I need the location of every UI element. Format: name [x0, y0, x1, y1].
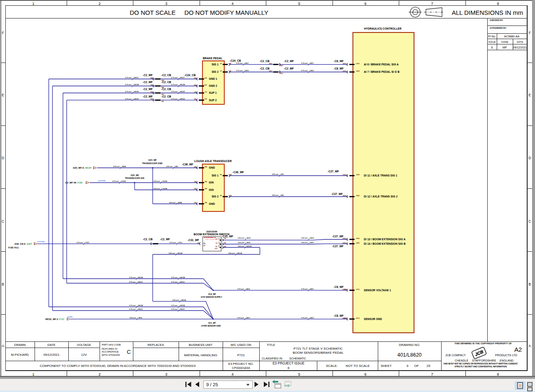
svg-text:A: A: [2, 344, 4, 348]
svg-text:GND: GND: [209, 202, 215, 205]
svg-text:SUP 1: SUP 1: [209, 91, 217, 94]
svg-text:/4013A: /4013A: [237, 253, 242, 254]
svg-text:-13D4: -13D4: [342, 174, 346, 176]
svg-text:/4013A: /4013A: [177, 253, 182, 254]
svg-text:0.75 mm²: 0.75 mm²: [125, 98, 132, 100]
svg-text:P721 TLT STAGE V SCHEMATIC: P721 TLT STAGE V SCHEMATIC: [293, 347, 343, 350]
svg-text:/4010C: /4010C: [180, 308, 185, 310]
svg-text:0.75 mm²: 0.75 mm²: [171, 91, 178, 93]
svg-text:-18Q6: -18Q6: [342, 70, 346, 72]
svg-text:45K7: 45K7: [280, 73, 283, 74]
svg-text:0.75 mm²: 0.75 mm²: [236, 70, 243, 72]
svg-text:VOLTAGE: VOLTAGE: [77, 343, 91, 347]
svg-text:0.75 mm²: 0.75 mm²: [171, 84, 178, 86]
svg-text:7: 7: [431, 372, 433, 376]
svg-text:SCHEMATIC: SCHEMATIC: [289, 357, 306, 360]
svg-text:0.50 mm²: 0.50 mm²: [238, 242, 245, 244]
svg-text:0.75 mm²: 0.75 mm²: [129, 281, 136, 283]
svg-text:-18Q6: -18Q6: [356, 70, 360, 72]
svg-text:0.75 mm²: 0.75 mm²: [129, 277, 136, 278]
svg-text:ACCORDANCE: ACCORDANCE: [102, 350, 119, 353]
svg-text:2: 2: [219, 237, 220, 240]
svg-text:/4012B: /4012B: [134, 84, 139, 86]
svg-text:/4010A: /4010A: [181, 299, 186, 301]
svg-text:D: D: [528, 156, 531, 160]
svg-text:3: 3: [165, 2, 167, 6]
svg-text:DRAWING NO.: DRAWING NO.: [399, 343, 420, 347]
svg-text:-C2_MF: -C2_MF: [143, 88, 153, 90]
svg-text:/4012C: /4012C: [180, 77, 185, 79]
svg-text:5: 5: [298, 2, 300, 6]
svg-text:12V: 12V: [81, 353, 87, 357]
svg-text:0.50 mm²: 0.50 mm²: [169, 253, 176, 254]
svg-text:/1016B: /1016B: [162, 188, 167, 190]
svg-text:0.75 mm²: 0.75 mm²: [170, 242, 177, 244]
svg-text:/400A: /400A: [122, 166, 126, 167]
svg-text:B: B: [528, 282, 531, 286]
svg-text:09/12/2021: 09/12/2021: [43, 353, 59, 357]
svg-text:FUSE FA11: FUSE FA11: [8, 247, 19, 249]
svg-text:/18.E4: /18.E4: [85, 167, 92, 169]
svg-text:-34D4: -34D4: [342, 242, 346, 244]
svg-text:4: 4: [219, 245, 220, 247]
svg-text:/4017: /4017: [245, 63, 249, 64]
svg-text:-29D4: -29D4: [356, 195, 360, 197]
svg-text:6: 6: [491, 46, 493, 49]
svg-text:/4014: /4014: [310, 237, 314, 239]
svg-text:-34D4: -34D4: [356, 242, 360, 244]
svg-text:0.75 mm²: 0.75 mm²: [171, 308, 178, 310]
svg-text:1ML: 1ML: [194, 166, 197, 168]
svg-text:0.75 mm²: 0.75 mm²: [125, 91, 132, 93]
svg-text:/7.A7: /7.A7: [59, 318, 64, 320]
svg-text:COMPONENT TO COMPLY WITH STD00: COMPONENT TO COMPLY WITH STD00140, DRAWN…: [40, 364, 196, 368]
svg-text:PRODUCTS LTD: PRODUCTS LTD: [495, 354, 517, 357]
svg-text:BRAKE PEDAL: BRAKE PEDAL: [203, 57, 223, 60]
svg-text:1: 1: [32, 372, 34, 376]
svg-text:0.50 mm²: 0.50 mm²: [238, 237, 245, 239]
svg-text:0.50 mm²: 0.50 mm²: [169, 202, 176, 204]
svg-text:-C8_MF: -C8_MF: [334, 67, 344, 70]
svg-text:C: C: [528, 219, 531, 223]
svg-text:45K7: 45K7: [280, 65, 283, 67]
svg-text:25: 25: [427, 364, 430, 368]
svg-text:0.75 mm²: 0.75 mm²: [129, 308, 136, 310]
svg-text:0.75 mm²: 0.75 mm²: [112, 181, 119, 182]
svg-text:E4L: E4L: [205, 84, 207, 86]
svg-text:45O6: 45O6: [344, 318, 347, 319]
svg-text:0.50 mm²: 0.50 mm²: [166, 166, 173, 167]
svg-text:/4014: /4014: [247, 237, 251, 239]
svg-text:D: D: [2, 156, 4, 160]
svg-text:sig: sig: [215, 242, 217, 244]
svg-text:0.75 mm²: 0.75 mm²: [77, 242, 84, 244]
svg-text:0.50 mm²: 0.50 mm²: [301, 242, 308, 244]
svg-text:-C8_MF: -C8_MF: [334, 314, 344, 317]
svg-text:0.75 mm²: 0.75 mm²: [125, 84, 132, 86]
svg-text:/4013: /4013: [246, 317, 250, 319]
svg-text:-C24_CB: -C24_CB: [184, 74, 196, 77]
svg-text:/4016: /4016: [245, 70, 249, 72]
svg-text:STAFFORDSHIRE: STAFFORDSHIRE: [472, 359, 496, 362]
svg-text:/4012E: /4012E: [180, 91, 185, 93]
svg-text:0.75 mm²: 0.75 mm²: [171, 277, 178, 278]
svg-text:/4017: /4017: [310, 63, 314, 64]
svg-text:-C2_MF:46: -C2_MF:46: [65, 181, 76, 184]
svg-text:-13D4: -13D4: [356, 174, 360, 176]
svg-text:FEATURES IN: FEATURES IN: [102, 348, 117, 350]
svg-text:/1016A: /1016A: [162, 181, 167, 182]
svg-text:TITLE: TITLE: [267, 343, 275, 347]
svg-text:DATE: DATE: [517, 41, 523, 43]
svg-text:/4012D: /4012D: [180, 98, 185, 100]
svg-text:3M: 3M: [224, 242, 226, 244]
svg-text:6: 6: [364, 372, 366, 376]
svg-text:-C2_MF: -C2_MF: [284, 60, 294, 63]
svg-text:0.75 mm²: 0.75 mm²: [171, 98, 178, 100]
svg-text:5: 5: [298, 372, 300, 376]
svg-text:/4012B: /4012B: [180, 84, 185, 86]
svg-text:3M7: 3M7: [150, 98, 153, 100]
svg-text:0.50 mm²: 0.50 mm²: [154, 181, 160, 182]
svg-text:3M7: 3M7: [150, 91, 153, 93]
svg-text:0.75 mm²: 0.75 mm²: [129, 305, 136, 306]
svg-text:4: 4: [231, 372, 233, 376]
svg-text:6: 6: [364, 2, 366, 6]
svg-text:6: 6: [288, 366, 290, 370]
